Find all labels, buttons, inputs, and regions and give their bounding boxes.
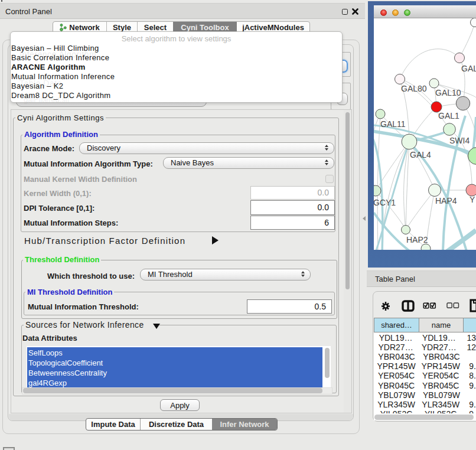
svg-text:GAL10: GAL10 <box>435 88 461 97</box>
svg-text:SWI4: SWI4 <box>449 136 470 145</box>
svg-text:GAL80: GAL80 <box>401 84 427 93</box>
svg-text:GAL4: GAL4 <box>410 150 431 159</box>
svg-text:GCY1: GCY1 <box>374 198 396 207</box>
svg-text:HAP2: HAP2 <box>406 235 428 244</box>
svg-text:Y: Y <box>470 195 475 204</box>
svg-text:GAL11: GAL11 <box>380 119 406 129</box>
svg-text:GAL1: GAL1 <box>438 111 459 120</box>
svg-text:GAL8: GAL8 <box>461 64 476 73</box>
svg-text:HAP4: HAP4 <box>435 196 457 206</box>
